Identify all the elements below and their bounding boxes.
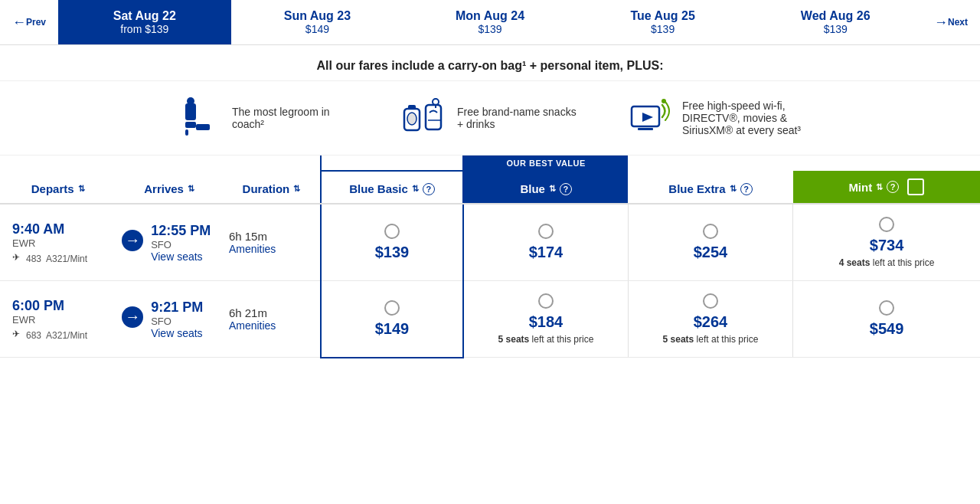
date-price-1: $149 <box>239 23 397 35</box>
col-header-departs[interactable]: Departs ⇅ <box>0 171 116 204</box>
snacks-icon <box>400 95 446 141</box>
flight-1-blue-basic-cell[interactable]: $149 <box>321 281 463 358</box>
svg-marker-11 <box>642 113 653 122</box>
flight-0-duration-text: 6h 15m <box>229 230 314 243</box>
flight-row-1: 6:00 PM EWR ✈ 683 A321/Mint → 9:21 PM SF… <box>0 281 980 358</box>
flight-0-view-seats-link[interactable]: View seats <box>151 250 202 263</box>
feature-legroom-text: The most legroom in coach² <box>232 106 354 130</box>
date-price-2: $139 <box>411 23 569 35</box>
flight-0-blue-basic-cell[interactable]: $139 <box>321 204 463 281</box>
svg-rect-6 <box>408 105 416 110</box>
flight-0-arrives-time: 12:55 PM <box>151 223 211 239</box>
duration-sort-icon: ⇅ <box>293 184 300 194</box>
date-item-2[interactable]: Mon Aug 24 $139 <box>403 0 577 44</box>
flight-1-arrow-icon: → <box>122 306 143 328</box>
departs-sort-icon: ⇅ <box>78 184 85 194</box>
flight-1-number: 683 <box>26 330 41 341</box>
svg-point-13 <box>662 99 666 103</box>
col-header-blue-basic[interactable]: Blue Basic ⇅ ? <box>321 171 463 204</box>
flight-0-mint-price: $734 <box>799 237 974 254</box>
mint-info-icon[interactable]: ? <box>887 181 899 193</box>
prev-label: Prev <box>26 17 46 28</box>
date-item-4[interactable]: Wed Aug 26 $139 <box>749 0 922 44</box>
flight-0-blue-basic-radio[interactable] <box>384 224 400 239</box>
flight-1-departs-time: 6:00 PM <box>12 298 109 314</box>
flight-0-amenities-link[interactable]: Amenities <box>229 243 276 255</box>
seat-icon <box>175 95 221 141</box>
svg-rect-2 <box>196 124 210 130</box>
svg-point-3 <box>187 97 194 105</box>
flight-1-arrives: → 9:21 PM SFO View seats <box>116 281 223 358</box>
flight-0-mint-seats-note: 4 seats left at this price <box>799 257 974 268</box>
date-label-0: Sat Aug 22 <box>66 9 224 23</box>
flight-1-blue-basic-radio[interactable] <box>384 300 400 316</box>
flight-0-blue-extra-cell[interactable]: $254 <box>628 204 792 281</box>
features-section: The most legroom in coach² Free brand-na… <box>0 81 980 155</box>
blue-sort-icon: ⇅ <box>549 184 556 194</box>
flight-1-blue-cell[interactable]: $184 5 seats left at this price <box>463 281 628 358</box>
flight-0-departs-airport: EWR <box>12 237 109 249</box>
flight-0-departs-time: 9:40 AM <box>12 221 109 237</box>
blue-extra-sort-icon: ⇅ <box>730 184 737 194</box>
feature-wifi-text: Free high-speed wi-fi, DIRECTV®, movies … <box>682 100 805 136</box>
col-header-blue-extra[interactable]: Blue Extra ⇅ ? <box>628 171 792 204</box>
col-header-blue[interactable]: Blue ⇅ ? <box>463 171 628 204</box>
tv-icon <box>626 95 671 141</box>
flight-row-0: 9:40 AM EWR ✈ 483 A321/Mint → 12:55 PM S… <box>0 204 980 281</box>
svg-rect-0 <box>185 103 196 120</box>
feature-legroom: The most legroom in coach² <box>175 95 354 141</box>
flight-1-mint-cell[interactable]: $549 <box>793 281 980 358</box>
flight-0-arrives: → 12:55 PM SFO View seats <box>116 204 223 281</box>
departs-label: Departs <box>31 182 74 195</box>
date-item-0[interactable]: Sat Aug 22 from $139 <box>58 0 231 44</box>
flight-1-mint-price: $549 <box>799 320 974 338</box>
flight-1-blue-radio[interactable] <box>538 293 554 309</box>
flight-1-departs-airport: EWR <box>12 314 109 326</box>
flight-0-mint-radio[interactable] <box>879 217 894 232</box>
svg-rect-1 <box>185 122 196 128</box>
flight-0-blue-extra-radio[interactable] <box>703 224 718 239</box>
blue-extra-info-icon[interactable]: ? <box>740 183 753 195</box>
duration-label: Duration <box>243 182 290 195</box>
flight-1-blue-extra-price: $264 <box>635 313 786 331</box>
mint-sort-icon: ⇅ <box>876 182 883 192</box>
flight-1-mint-radio[interactable] <box>879 300 894 316</box>
flight-1-amenities-link[interactable]: Amenities <box>229 319 276 332</box>
blue-basic-info-icon[interactable]: ? <box>423 183 435 195</box>
blue-info-icon[interactable]: ? <box>560 183 572 195</box>
next-date-button[interactable]: → Next <box>922 7 980 38</box>
date-price-4: $139 <box>756 23 914 35</box>
mint-square-icon <box>907 178 924 195</box>
flight-1-blue-extra-seats-note: 5 seats left at this price <box>635 334 786 345</box>
flight-1-blue-extra-radio[interactable] <box>703 293 718 309</box>
flight-0-duration: 6h 15m Amenities <box>223 204 321 281</box>
flight-1-arrives-airport: SFO <box>151 316 203 327</box>
prev-date-button[interactable]: ← Prev <box>0 7 58 38</box>
flight-0-blue-extra-price: $254 <box>635 244 786 261</box>
plane-icon-0: ✈ <box>12 252 20 263</box>
flight-0-blue-cell[interactable]: $174 <box>463 204 628 281</box>
flight-0-departs: 9:40 AM EWR ✈ 483 A321/Mint <box>0 204 116 281</box>
blue-basic-label: Blue Basic <box>349 182 408 195</box>
col-header-duration[interactable]: Duration ⇅ <box>223 171 321 204</box>
feature-snacks-text: Free brand-name snacks + drinks <box>457 106 580 130</box>
flight-0-arrives-airport: SFO <box>151 239 211 250</box>
promo-banner: All our fares include a carry-on bag¹ + … <box>0 45 980 81</box>
date-label-4: Wed Aug 26 <box>756 9 914 23</box>
flight-1-blue-seats-note: 5 seats left at this price <box>470 334 622 345</box>
arrives-sort-icon: ⇅ <box>188 184 194 194</box>
col-header-arrives[interactable]: Arrives ⇅ <box>116 171 223 204</box>
flight-1-view-seats-link[interactable]: View seats <box>151 327 202 339</box>
flight-1-duration: 6h 21m Amenities <box>223 281 321 358</box>
date-label-1: Sun Aug 23 <box>239 9 397 23</box>
svg-point-7 <box>407 113 416 125</box>
col-header-mint[interactable]: Mint ⇅ ? <box>793 171 980 204</box>
flight-0-blue-radio[interactable] <box>538 224 554 239</box>
flight-1-duration-text: 6h 21m <box>229 306 314 319</box>
flight-1-blue-extra-cell[interactable]: $264 5 seats left at this price <box>628 281 792 358</box>
prev-arrow-icon: ← <box>12 15 26 31</box>
flight-0-blue-price: $174 <box>470 244 622 261</box>
date-item-3[interactable]: Tue Aug 25 $139 <box>577 0 750 44</box>
date-item-1[interactable]: Sun Aug 23 $149 <box>231 0 404 44</box>
flight-0-mint-cell[interactable]: $734 4 seats left at this price <box>793 204 980 281</box>
